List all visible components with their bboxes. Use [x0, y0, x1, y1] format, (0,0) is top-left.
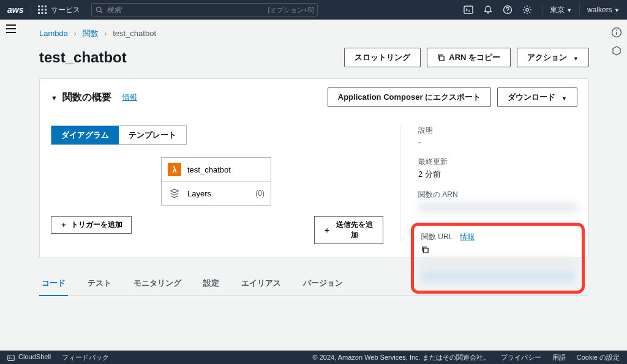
top-navigation: aws サービス 検索 [オプション+S] 東京 ▼ walkers ▼ — [0, 0, 627, 20]
breadcrumb: Lambda › 関数 › test_chatbot — [39, 28, 589, 39]
function-url-highlight: 関数 URL 情報 — [411, 223, 585, 294]
svg-rect-23 — [424, 248, 428, 253]
svg-rect-7 — [42, 12, 43, 14]
copy-arn-button[interactable]: ARN をコピー — [427, 48, 511, 67]
svg-rect-0 — [38, 6, 40, 7]
search-shortcut: [オプション+S] — [268, 6, 314, 15]
tab-template[interactable]: テンプレート — [119, 126, 186, 144]
diagram-area: λ test_chatbot Layers (0) ＋トリガーを追加 — [51, 157, 383, 243]
chevron-down-icon — [51, 92, 58, 103]
svg-point-19 — [616, 30, 617, 31]
add-trigger-button[interactable]: ＋トリガーを追加 — [51, 216, 132, 234]
region-selector[interactable]: 東京 ▼ — [543, 5, 579, 15]
terms-link[interactable]: 用語 — [552, 353, 566, 362]
account-selector[interactable]: walkers ▼ — [580, 6, 627, 14]
right-rail — [606, 20, 627, 56]
arn-label: 関数の ARN — [418, 190, 577, 200]
services-menu[interactable]: サービス — [31, 5, 86, 15]
search-placeholder: 検索 — [107, 5, 121, 15]
lambda-icon: λ — [168, 163, 181, 176]
overview-info-link[interactable]: 情報 — [122, 92, 137, 103]
function-url-info-link[interactable]: 情報 — [460, 232, 475, 241]
svg-rect-3 — [38, 9, 40, 11]
svg-marker-20 — [613, 46, 620, 55]
function-url-label: 関数 URL — [421, 232, 452, 241]
function-url-value-redacted-2 — [421, 271, 574, 282]
throttling-button[interactable]: スロットリング — [344, 48, 421, 67]
layers-icon — [168, 187, 181, 200]
overview-tabs: ダイアグラム テンプレート — [51, 125, 187, 145]
function-url-value-redacted — [421, 258, 574, 269]
page-title: test_chatbot — [39, 49, 127, 66]
notifications-icon[interactable] — [483, 5, 503, 15]
cloudshell-link[interactable]: CloudShell — [7, 353, 51, 361]
svg-rect-8 — [45, 12, 47, 14]
svg-line-10 — [101, 11, 103, 13]
help-icon[interactable] — [503, 5, 522, 15]
layers-label: Layers — [187, 189, 211, 198]
composer-icon[interactable] — [611, 45, 622, 56]
svg-rect-4 — [42, 9, 43, 11]
svg-point-13 — [526, 9, 528, 11]
tab-diagram[interactable]: ダイアグラム — [51, 126, 119, 144]
copyright: © 2024, Amazon Web Services, Inc. またはその関… — [313, 353, 490, 362]
page-header: test_chatbot スロットリング ARN をコピー アクション — [39, 48, 589, 67]
svg-rect-2 — [45, 6, 47, 7]
copy-url-button[interactable] — [421, 246, 574, 254]
function-box[interactable]: λ test_chatbot Layers (0) — [161, 157, 271, 206]
export-composer-button[interactable]: Application Composer にエクスポート — [328, 87, 491, 107]
svg-rect-1 — [42, 6, 43, 7]
svg-rect-5 — [45, 9, 47, 11]
description-label: 説明 — [418, 125, 577, 136]
arn-value-redacted — [418, 202, 577, 213]
breadcrumb-current: test_chatbot — [113, 29, 156, 38]
settings-icon[interactable] — [522, 5, 542, 15]
metadata-column: 説明 - 最終更新 2 分前 関数の ARN 関数 URL 情報 — [418, 125, 577, 243]
function-name-label: test_chatbot — [187, 165, 231, 174]
layers-count: (0) — [255, 189, 265, 198]
overview-title[interactable]: 関数の概要 情報 — [51, 91, 137, 104]
breadcrumb-lambda[interactable]: Lambda — [39, 29, 68, 38]
svg-point-9 — [97, 7, 102, 12]
svg-rect-24 — [8, 355, 15, 360]
cookies-link[interactable]: Cookie の設定 — [577, 353, 620, 362]
tab-test[interactable]: テスト — [85, 272, 114, 295]
grid-icon — [37, 6, 47, 14]
description-value: - — [418, 138, 577, 147]
tab-versions[interactable]: バージョン — [301, 272, 345, 295]
tab-code[interactable]: コード — [39, 272, 68, 296]
last-updated-value: 2 分前 — [418, 169, 577, 180]
last-updated-label: 最終更新 — [418, 157, 577, 167]
download-button[interactable]: ダウンロード — [497, 87, 577, 107]
svg-rect-21 — [440, 56, 444, 60]
actions-button[interactable]: アクション — [517, 48, 589, 67]
cloudshell-icon[interactable] — [464, 5, 483, 15]
menu-icon — [6, 24, 16, 33]
function-overview-panel: 関数の概要 情報 Application Composer にエクスポート ダウ… — [39, 78, 589, 258]
info-panel-icon[interactable] — [611, 27, 622, 38]
main-content: Lambda › 関数 › test_chatbot test_chatbot … — [22, 20, 606, 351]
aws-logo[interactable]: aws — [0, 5, 31, 15]
svg-rect-6 — [38, 12, 40, 14]
copy-icon — [421, 246, 429, 254]
footer: CloudShell フィードバック © 2024, Amazon Web Se… — [0, 351, 627, 364]
feedback-link[interactable]: フィードバック — [62, 353, 109, 362]
svg-rect-11 — [464, 6, 473, 13]
tab-aliases[interactable]: エイリアス — [239, 272, 283, 295]
diagram-column: ダイアグラム テンプレート λ test_chatbot Lay — [51, 125, 383, 243]
privacy-link[interactable]: プライバシー — [501, 353, 541, 362]
search-input[interactable]: 検索 [オプション+S] — [91, 3, 318, 17]
breadcrumb-functions[interactable]: 関数 — [83, 29, 99, 38]
services-label: サービス — [51, 5, 80, 15]
tab-settings[interactable]: 設定 — [201, 272, 222, 295]
hamburger-menu[interactable] — [0, 20, 22, 38]
search-icon — [96, 6, 103, 13]
copy-icon — [437, 54, 445, 62]
add-destination-button[interactable]: ＋送信先を追加 — [314, 216, 383, 244]
tab-monitoring[interactable]: モニタリング — [131, 272, 184, 295]
svg-marker-22 — [171, 189, 178, 193]
